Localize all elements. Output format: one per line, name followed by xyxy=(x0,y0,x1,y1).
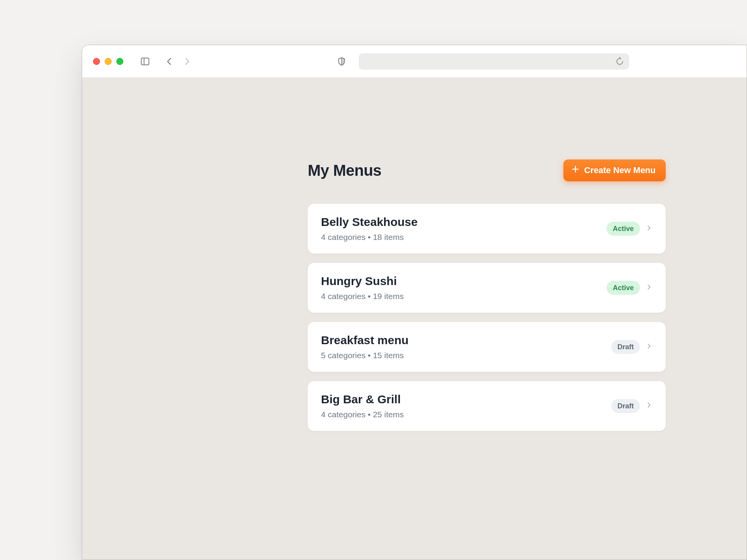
reload-icon[interactable] xyxy=(614,56,625,67)
chevron-right-icon xyxy=(645,343,652,351)
menu-card-subtitle: 4 categories • 25 items xyxy=(321,410,404,419)
create-new-menu-button[interactable]: Create New Menu xyxy=(563,159,666,181)
menu-card-title: Hungry Sushi xyxy=(321,275,404,288)
status-badge: Draft xyxy=(611,340,640,354)
svg-rect-0 xyxy=(141,58,149,65)
menu-card-right: Active xyxy=(607,222,652,236)
browser-titlebar xyxy=(82,45,747,78)
menu-card-info: Hungry Sushi4 categories • 19 items xyxy=(321,275,404,301)
menu-card-title: Big Bar & Grill xyxy=(321,393,404,406)
window-controls xyxy=(93,58,123,65)
forward-button-icon[interactable] xyxy=(182,56,193,67)
window-minimize-button[interactable] xyxy=(105,58,112,65)
menu-card-right: Draft xyxy=(611,340,652,354)
menu-card-info: Big Bar & Grill4 categories • 25 items xyxy=(321,393,404,419)
back-button-icon[interactable] xyxy=(164,56,175,67)
nav-buttons xyxy=(164,56,193,67)
menu-card[interactable]: Hungry Sushi4 categories • 19 itemsActiv… xyxy=(308,263,666,313)
page-title: My Menus xyxy=(308,162,381,179)
status-badge: Active xyxy=(607,222,640,236)
menu-card-right: Active xyxy=(607,281,652,295)
window-zoom-button[interactable] xyxy=(116,58,123,65)
browser-window: My Menus Create New Menu Belly Steakhous… xyxy=(82,45,747,560)
menu-card[interactable]: Breakfast menu5 categories • 15 itemsDra… xyxy=(308,322,666,372)
menu-card-subtitle: 4 categories • 19 items xyxy=(321,292,404,301)
menu-card[interactable]: Belly Steakhouse4 categories • 18 itemsA… xyxy=(308,204,666,254)
create-new-menu-label: Create New Menu xyxy=(584,165,656,175)
chevron-right-icon xyxy=(645,224,652,233)
status-badge: Draft xyxy=(611,399,640,413)
menu-card-subtitle: 5 categories • 15 items xyxy=(321,351,409,360)
menu-card-title: Belly Steakhouse xyxy=(321,215,417,229)
status-badge: Active xyxy=(607,281,640,295)
menu-card-info: Breakfast menu5 categories • 15 items xyxy=(321,334,409,360)
privacy-shield-icon[interactable] xyxy=(336,56,347,67)
sidebar-toggle-icon[interactable] xyxy=(140,56,151,67)
plus-icon xyxy=(571,165,580,176)
menu-card-subtitle: 4 categories • 18 items xyxy=(321,233,417,242)
window-close-button[interactable] xyxy=(93,58,100,65)
page-header: My Menus Create New Menu xyxy=(308,159,666,181)
chevron-right-icon xyxy=(645,402,652,410)
menu-card-right: Draft xyxy=(611,399,652,413)
menu-card[interactable]: Big Bar & Grill4 categories • 25 itemsDr… xyxy=(308,381,666,431)
menu-card-info: Belly Steakhouse4 categories • 18 items xyxy=(321,215,417,242)
chevron-right-icon xyxy=(645,284,652,292)
page-content: My Menus Create New Menu Belly Steakhous… xyxy=(82,78,747,431)
address-bar[interactable] xyxy=(359,53,629,70)
menu-card-title: Breakfast menu xyxy=(321,334,409,347)
menu-list: Belly Steakhouse4 categories • 18 itemsA… xyxy=(308,204,666,431)
